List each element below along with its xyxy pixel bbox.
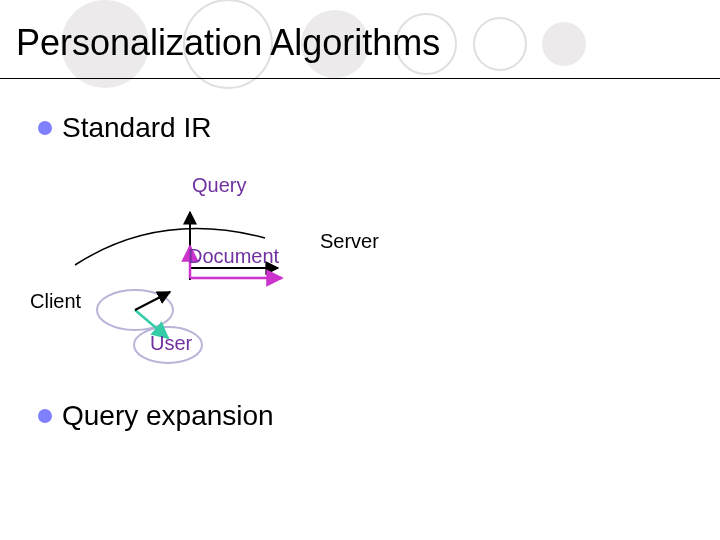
svg-point-5: [542, 22, 586, 66]
bullet-item-query-expansion: Query expansion: [38, 400, 274, 432]
bullet-item-standard-ir: Standard IR: [38, 112, 211, 144]
diagram-label-user: User: [150, 332, 192, 355]
diagram-label-client: Client: [30, 290, 81, 313]
diagram-svg: [40, 160, 460, 380]
bullet-label: Standard IR: [62, 112, 211, 144]
diagram-label-query: Query: [192, 174, 246, 197]
diagram-standard-ir: Query Document Server Client User: [40, 160, 460, 380]
diagram-label-document: Document: [188, 245, 279, 268]
bullet-label: Query expansion: [62, 400, 274, 432]
svg-line-13: [135, 292, 170, 310]
title-divider: [0, 78, 720, 79]
svg-point-4: [474, 18, 526, 70]
bullet-dot-icon: [38, 121, 52, 135]
diagram-label-server: Server: [320, 230, 379, 253]
bullet-dot-icon: [38, 409, 52, 423]
slide-title: Personalization Algorithms: [16, 22, 440, 64]
